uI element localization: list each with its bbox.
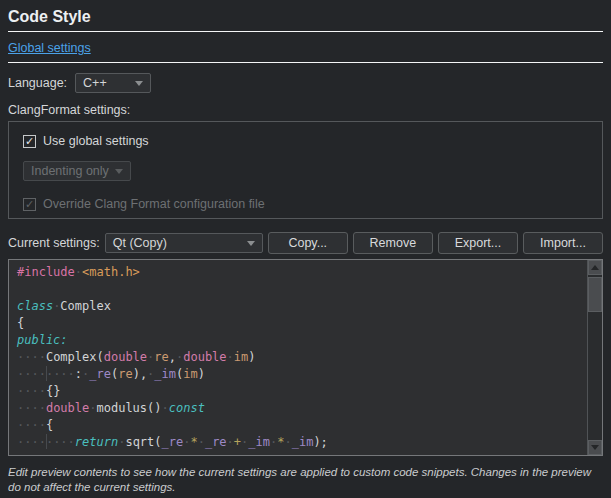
override-config-label: Override Clang Format configuration file bbox=[43, 197, 265, 211]
triangle-down-icon bbox=[591, 445, 599, 450]
triangle-up-icon bbox=[591, 265, 599, 270]
code-line: public: bbox=[17, 332, 586, 349]
import-button[interactable]: Import... bbox=[523, 232, 603, 254]
page-title: Code Style bbox=[8, 8, 603, 26]
current-settings-label: Current settings: bbox=[8, 236, 100, 250]
checkbox-box[interactable]: ✓ bbox=[23, 135, 36, 148]
clangformat-settings-label: ClangFormat settings: bbox=[8, 103, 603, 117]
chevron-down-icon bbox=[115, 169, 123, 174]
override-config-checkbox: ✓ Override Clang Format configuration fi… bbox=[23, 197, 588, 211]
code-line bbox=[17, 281, 586, 298]
scroll-down-button[interactable] bbox=[588, 440, 602, 455]
scroll-up-button[interactable] bbox=[588, 260, 602, 275]
use-global-settings-label: Use global settings bbox=[43, 134, 149, 148]
export-button[interactable]: Export... bbox=[438, 232, 518, 254]
code-preview-editor[interactable]: #include·<math.h> class·Complex{public:·… bbox=[8, 259, 603, 456]
indenting-mode-dropdown: Indenting only bbox=[23, 161, 131, 181]
language-dropdown-value: C++ bbox=[83, 76, 107, 90]
use-global-settings-checkbox[interactable]: ✓ Use global settings bbox=[23, 134, 588, 148]
code-line: ····{} bbox=[17, 383, 586, 400]
checkbox-box: ✓ bbox=[23, 198, 36, 211]
vertical-scrollbar[interactable] bbox=[587, 260, 602, 455]
current-settings-row: Current settings: Qt (Copy) Copy... Remo… bbox=[8, 232, 603, 254]
clangformat-groupbox: ✓ Use global settings Indenting only ✓ O… bbox=[8, 121, 603, 219]
remove-button[interactable]: Remove bbox=[353, 232, 433, 254]
code-line: ········:·_re(re),·_im(im) bbox=[17, 366, 586, 383]
global-settings-link[interactable]: Global settings bbox=[8, 41, 91, 55]
current-settings-value: Qt (Copy) bbox=[113, 236, 167, 250]
preview-note: Edit preview contents to see how the cur… bbox=[8, 465, 603, 495]
chevron-down-icon bbox=[247, 241, 255, 246]
checkmark-icon: ✓ bbox=[25, 199, 34, 210]
checkmark-icon: ✓ bbox=[25, 136, 34, 147]
header-rule bbox=[8, 62, 603, 63]
current-settings-dropdown[interactable]: Qt (Copy) bbox=[105, 233, 263, 253]
code-line: { bbox=[17, 315, 586, 332]
language-row: Language: C++ bbox=[8, 73, 603, 93]
code-line: ····Complex(double·re,·double·im) bbox=[17, 349, 586, 366]
scrollbar-thumb[interactable] bbox=[588, 277, 602, 312]
code-area[interactable]: #include·<math.h> class·Complex{public:·… bbox=[9, 260, 586, 455]
language-label: Language: bbox=[8, 76, 67, 90]
code-line: class·Complex bbox=[17, 298, 586, 315]
copy-button[interactable]: Copy... bbox=[268, 232, 348, 254]
code-line: ········return·sqrt(_re·*·_re·+·_im·*·_i… bbox=[17, 434, 586, 451]
title-rule bbox=[8, 31, 603, 32]
code-line: #include·<math.h> bbox=[17, 264, 586, 281]
code-style-page: Code Style Global settings Language: C++… bbox=[0, 0, 611, 498]
chevron-down-icon bbox=[135, 81, 143, 86]
indenting-mode-value: Indenting only bbox=[31, 164, 109, 178]
language-dropdown[interactable]: C++ bbox=[75, 73, 151, 93]
code-line: ····double·modulus()·const bbox=[17, 400, 586, 417]
code-line: ····{ bbox=[17, 417, 586, 434]
